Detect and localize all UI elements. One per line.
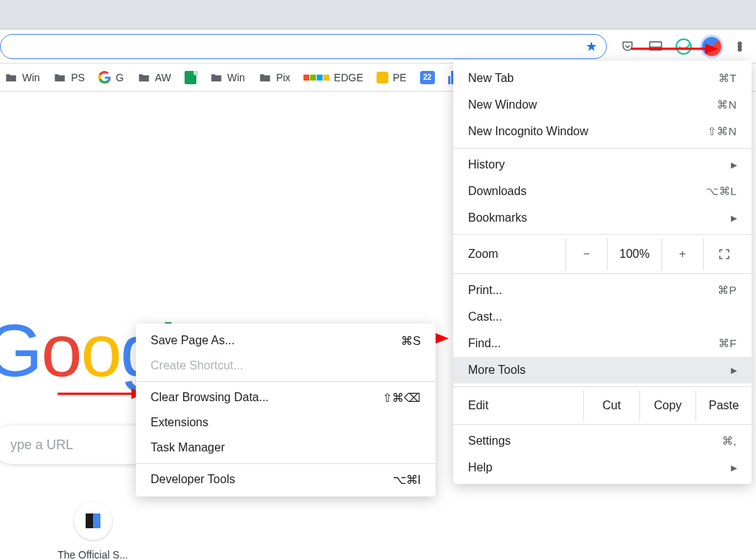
bookmark-label: EDGE [334,72,363,83]
menu-label: Downloads [468,185,526,198]
bookmark-star-icon[interactable]: ★ [585,38,597,55]
sheets-favicon-icon [185,71,196,84]
edit-cut-button[interactable]: Cut [583,390,639,421]
pe-favicon-icon [377,72,388,83]
chevron-right-icon: ▶ [731,366,737,375]
bookmark-folder[interactable]: Win [4,71,40,84]
menu-shortcut: ⌥⌘I [393,473,421,487]
menu-label: Save Page As... [151,334,235,347]
edge-favicon-icon [303,75,329,81]
edit-paste-button[interactable]: Paste [695,390,752,421]
bookmark-label: G [116,72,124,83]
menu-label: Print... [468,284,502,297]
menu-shortcut: ⌘P [718,284,737,297]
submenu-item-developer-tools[interactable]: Developer Tools ⌥⌘I [136,467,436,492]
menu-label: New Incognito Window [468,125,588,138]
chevron-right-icon: ▶ [731,463,737,473]
tile-label: The Official S... [58,549,128,560]
menu-item-help[interactable]: Help ▶ [453,454,752,481]
chrome-menu-button[interactable]: ••• [729,36,750,57]
chevron-right-icon: ▶ [731,214,737,223]
menu-shortcut: ⇧⌘N [707,125,737,138]
bookmark-label: PE [393,72,407,83]
bookmark-folder[interactable]: PS [53,71,85,84]
menu-item-new-window[interactable]: New Window ⌘N [453,92,752,118]
ntp-tile[interactable]: The Official S... [58,502,128,560]
fullscreen-button[interactable] [703,238,744,270]
menu-label: Create Shortcut... [151,359,243,372]
submenu-item-task-manager[interactable]: Task Manager [136,435,436,460]
menu-item-zoom: Zoom − 100% + [453,238,752,270]
menu-item-downloads[interactable]: Downloads ⌥⌘L [453,178,752,205]
bookmark-item[interactable]: EDGE [303,72,363,83]
menu-shortcut: ⌥⌘L [706,185,737,198]
submenu-item-clear-browsing-data[interactable]: Clear Browsing Data... ⇧⌘⌫ [136,385,436,410]
bookmark-folder[interactable]: Win [210,71,245,84]
menu-item-find[interactable]: Find... ⌘F [453,330,752,357]
menu-label: New Window [468,98,537,112]
bookmark-label: Pix [276,72,290,83]
browser-toolbar: ★ ••• [0,30,756,64]
menu-label: Edit [453,399,583,412]
menu-item-cast[interactable]: Cast... [453,304,752,330]
toolbar-actions: ••• [617,36,750,57]
bookmark-folder[interactable]: Pix [258,71,290,84]
menu-shortcut: ⌘S [401,334,421,348]
menu-label: Find... [468,337,501,350]
menu-label: Cast... [468,310,502,324]
menu-label: History [468,158,505,171]
menu-shortcut: ⌘N [717,98,737,112]
bookmark-label: Win [22,72,40,83]
menu-label: Extensions [151,416,208,429]
svg-rect-0 [650,41,662,49]
download-tray-icon[interactable] [645,36,666,57]
menu-item-new-tab[interactable]: New Tab ⌘T [453,65,752,92]
zoom-in-button[interactable]: + [662,238,703,270]
bookmark-item[interactable]: PE [377,72,407,83]
omnibox[interactable]: ★ [0,34,607,59]
google-favicon-icon [98,71,111,84]
tab-strip[interactable] [0,0,756,30]
submenu-item-save-page[interactable]: Save Page As... ⌘S [136,328,436,353]
menu-item-bookmarks[interactable]: Bookmarks ▶ [453,205,752,231]
menu-label: Clear Browsing Data... [151,391,269,404]
submenu-item-create-shortcut: Create Shortcut... [136,353,436,378]
bookmark-item[interactable]: G [98,71,124,84]
tile-icon [74,502,112,540]
grammarly-extension-icon[interactable] [673,36,694,57]
pocket-extension-icon[interactable] [617,36,638,57]
menu-label: Developer Tools [151,473,235,486]
profile-avatar[interactable] [701,36,722,57]
logo-letter: o [41,313,81,387]
menu-item-print[interactable]: Print... ⌘P [453,277,752,304]
edit-copy-button[interactable]: Copy [639,390,695,421]
zoom-value: 100% [607,238,662,270]
menu-label: Zoom [468,247,566,261]
zoom-out-button[interactable]: − [566,238,607,270]
svg-marker-6 [436,333,449,344]
menu-label: Settings [468,434,511,448]
menu-shortcut: ⌘, [722,434,737,448]
menu-shortcut: ⌘F [718,337,737,350]
bookmark-folder[interactable]: AW [137,71,171,84]
calendar-favicon-icon: 22 [420,71,435,84]
menu-item-history[interactable]: History ▶ [453,151,752,178]
menu-label: More Tools [468,363,526,377]
menu-shortcut: ⌘T [718,72,737,85]
submenu-item-extensions[interactable]: Extensions [136,410,436,435]
bookmark-item[interactable]: 22 [420,71,435,84]
menu-label: New Tab [468,72,514,85]
bookmark-item[interactable] [185,71,196,84]
more-tools-submenu: Save Page As... ⌘S Create Shortcut... Cl… [136,324,436,496]
menu-shortcut: ⇧⌘⌫ [382,391,421,405]
logo-letter: o [80,313,120,387]
search-placeholder: ype a URL [10,437,73,453]
menu-item-new-incognito[interactable]: New Incognito Window ⇧⌘N [453,118,752,145]
chrome-menu: New Tab ⌘T New Window ⌘N New Incognito W… [453,61,752,484]
chevron-right-icon: ▶ [731,160,737,170]
menu-item-more-tools[interactable]: More Tools ▶ [453,357,752,383]
menu-item-settings[interactable]: Settings ⌘, [453,428,752,454]
menu-label: Bookmarks [468,211,527,225]
bookmark-label: AW [155,72,171,83]
bookmark-label: PS [71,72,85,83]
